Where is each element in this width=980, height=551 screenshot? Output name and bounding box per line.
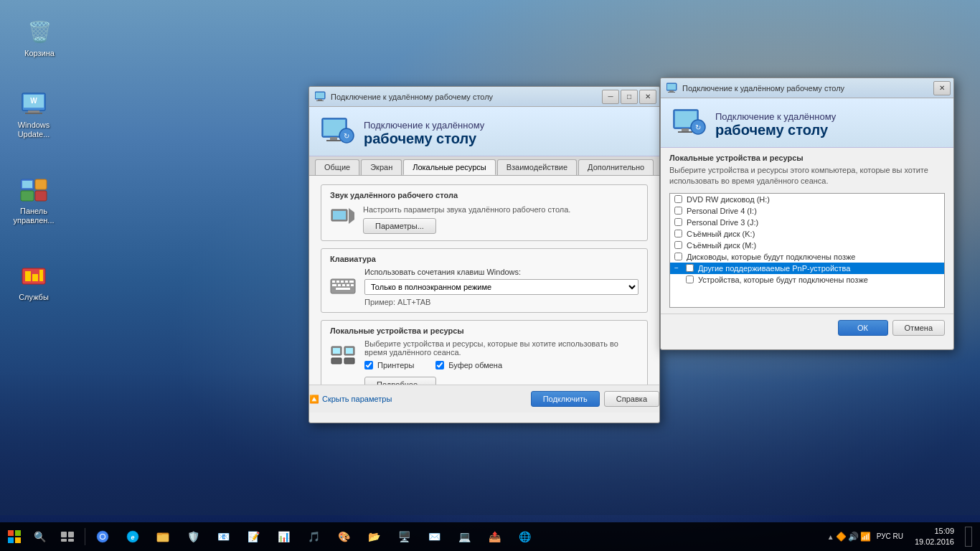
tab-advanced[interactable]: Дополнительно: [578, 159, 654, 175]
minimize-button[interactable]: ─: [602, 90, 619, 104]
svg-rect-17: [316, 100, 324, 101]
rdp2-taskbar-button[interactable]: 💻: [450, 523, 479, 550]
device-checkbox-removable-m[interactable]: [674, 241, 682, 249]
clipboard-checkbox[interactable]: [435, 361, 444, 369]
rdp-2-footer: ОК Отмена: [661, 314, 953, 342]
svg-rect-16: [318, 99, 322, 100]
help-button[interactable]: Справка: [604, 391, 659, 407]
device-item-removable-k[interactable]: Съёмный диск (K:): [670, 228, 944, 240]
desktop-icon-windows-update[interactable]: W Windows Update...: [9, 86, 59, 142]
tab-general[interactable]: Общие: [315, 159, 359, 175]
printers-checkbox-label[interactable]: Принтеры: [364, 361, 414, 369]
svg-rect-57: [8, 537, 14, 543]
tab-screen[interactable]: Экран: [361, 159, 402, 175]
desktop-icon-recycle-bin[interactable]: 🗑️ Корзина: [14, 14, 65, 61]
svg-rect-34: [338, 284, 341, 286]
keyboard-title: Клавиатура: [330, 255, 639, 263]
svg-rect-8: [21, 191, 34, 201]
email-button[interactable]: 📧: [209, 523, 237, 550]
connect-button[interactable]: Подключить: [531, 391, 600, 407]
device-checkbox-personal3[interactable]: [674, 218, 682, 226]
device-label-dvd: DVD RW дисковод (H:): [687, 195, 770, 204]
network-button[interactable]: 🌐: [510, 523, 539, 550]
devices-list[interactable]: DVD RW дисковод (H:) Personal Drive 4 (I…: [669, 193, 945, 308]
device-item-future-devices[interactable]: Устройства, которые будут подключены поз…: [670, 274, 944, 286]
tab-interaction[interactable]: Взаимодействие: [497, 159, 577, 175]
hide-params-button[interactable]: 🔼 Скрыть параметры: [309, 395, 392, 404]
task-view-button[interactable]: [53, 523, 82, 550]
sound-icon: [330, 204, 356, 235]
rdp-2-header: ↻ Подключение к удалённому рабочему стол…: [661, 98, 953, 148]
rdp-1-header-line2: рабочему столу: [364, 131, 648, 146]
paint-button[interactable]: 🎨: [329, 523, 358, 550]
services-icon: [19, 261, 48, 290]
sound-params-button[interactable]: Параметры...: [363, 218, 436, 234]
rdp-1-content: Звук удалённого рабочего стола Настроить…: [309, 176, 659, 413]
rdp-1-controls: ─ □ ✕: [602, 90, 656, 104]
ie-button[interactable]: e: [118, 523, 147, 550]
svg-rect-25: [333, 211, 346, 220]
media-button[interactable]: 🛡️: [179, 523, 207, 550]
tab-local-resources[interactable]: Локальные ресурсы: [403, 159, 495, 175]
start-button[interactable]: [0, 522, 29, 551]
device-checkbox-future-drives[interactable]: [674, 253, 682, 260]
desktop-icon-services[interactable]: Службы: [9, 258, 59, 305]
file-explorer-button[interactable]: [149, 523, 177, 550]
svg-text:↻: ↻: [695, 123, 701, 131]
device-checkbox-removable-k[interactable]: [674, 230, 682, 237]
language-indicator[interactable]: РУС RU: [874, 532, 906, 541]
printers-checkbox[interactable]: [364, 361, 373, 369]
rdp-2-header-icon: ↻: [672, 107, 707, 141]
svg-rect-59: [61, 532, 67, 537]
rdp-2-header-text: Подключение к удалённому рабочему столу: [715, 111, 942, 138]
device-item-dvd[interactable]: DVD RW дисковод (H:): [670, 194, 944, 205]
network-tray-icon[interactable]: 📶: [860, 532, 871, 542]
browser-button[interactable]: [88, 523, 117, 550]
device-checkbox-personal4[interactable]: [674, 207, 682, 215]
search-button[interactable]: 🔍: [29, 522, 50, 551]
show-desktop-button[interactable]: [963, 523, 974, 550]
device-label-future-devices: Устройства, которые будут подключены поз…: [698, 276, 868, 284]
svg-rect-15: [316, 93, 324, 98]
maximize-button[interactable]: □: [621, 90, 638, 104]
device-checkbox-dvd[interactable]: [674, 195, 682, 203]
device-item-removable-m[interactable]: Съёмный диск (M:): [670, 240, 944, 251]
taskbar-icons: e 🛡️ 📧 📝 📊 🎵 🎨 📂 🖥️ ✉️ 💻 📤 🌐: [50, 523, 827, 550]
vlc-tray-icon[interactable]: 🔶: [836, 532, 847, 542]
rdp-1-titlebar[interactable]: Подключение к удалённому рабочему столу …: [309, 87, 659, 107]
rdp-1-title-icon: [315, 91, 326, 103]
svg-rect-61: [61, 539, 67, 542]
control-panel-label: Панель управлен...: [11, 207, 56, 225]
device-item-future-drives[interactable]: Дисководы, которые будут подключены позж…: [670, 251, 944, 263]
vlc-button[interactable]: 🎵: [299, 523, 328, 550]
close-button[interactable]: ✕: [639, 90, 656, 104]
rdp-2-titlebar[interactable]: Подключение к удалённому рабочему столу …: [661, 78, 953, 98]
chevron-up-systray-icon[interactable]: ▲: [827, 533, 834, 541]
mail2-button[interactable]: ✉️: [420, 523, 448, 550]
rdp-dialog-2: Подключение к удалённому рабочему столу …: [660, 77, 954, 350]
svg-rect-51: [682, 128, 689, 131]
windows-update-label: Windows Update...: [11, 121, 56, 139]
filezilla-button[interactable]: 📂: [359, 523, 388, 550]
rdp-taskbar-button[interactable]: 🖥️: [390, 523, 418, 550]
device-checkbox-future-devices[interactable]: [686, 276, 694, 283]
word-button[interactable]: 📝: [239, 523, 268, 550]
system-clock[interactable]: 15:09 19.02.2016: [909, 526, 960, 548]
device-label-removable-m: Съёмный диск (M:): [687, 241, 756, 250]
excel-button[interactable]: 📊: [269, 523, 298, 550]
speaker-icon[interactable]: 🔊: [848, 532, 859, 542]
device-item-pnp[interactable]: − Другие поддерживаемые PnP-устройства: [670, 263, 944, 274]
ok-button[interactable]: ОК: [838, 320, 888, 336]
clipboard-checkbox-label[interactable]: Буфер обмена: [435, 361, 502, 369]
keyboard-select[interactable]: Только в полноэкранном режиме: [364, 279, 639, 295]
svg-rect-48: [668, 92, 675, 93]
expand-icon[interactable]: −: [674, 264, 683, 272]
device-item-personal3[interactable]: Personal Drive 3 (J:): [670, 217, 944, 228]
rdp-2-close-button[interactable]: ✕: [933, 81, 951, 95]
device-item-personal4[interactable]: Personal Drive 4 (I:): [670, 205, 944, 217]
send-button[interactable]: 📤: [480, 523, 509, 550]
desktop-icon-control-panel[interactable]: Панель управлен...: [9, 172, 59, 228]
device-checkbox-pnp[interactable]: [686, 264, 694, 272]
svg-rect-42: [346, 348, 353, 354]
cancel-button[interactable]: Отмена: [892, 320, 945, 336]
